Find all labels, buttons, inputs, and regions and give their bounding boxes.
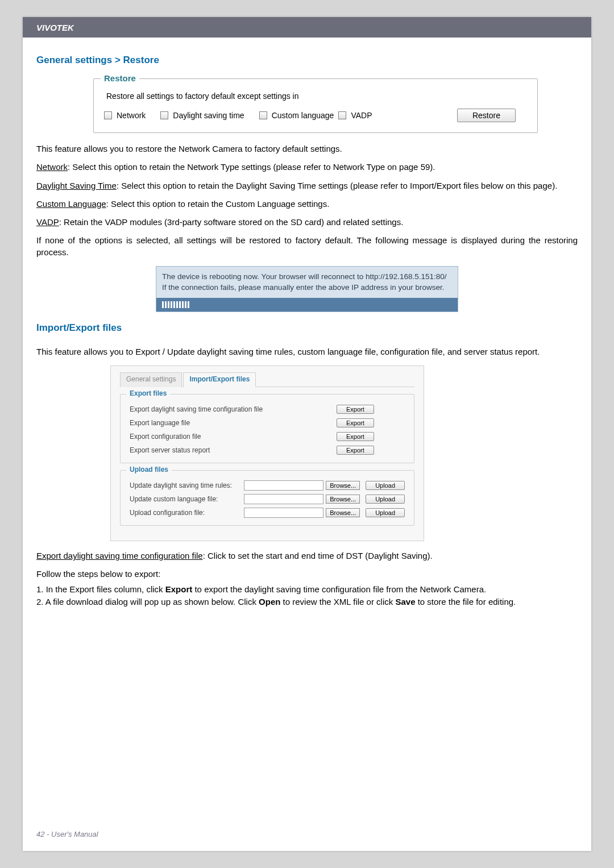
para-network: Network: Select this option to retain th… [36,161,578,173]
text-cl: : Select this option to retain the Custo… [106,199,330,209]
label-dst: Daylight Saving Time [36,181,117,190]
checkbox-custom-language[interactable] [259,111,267,119]
restore-options-row: Network Daylight saving time Custom lang… [104,109,527,122]
export-label-lang: Export language file [130,419,337,427]
export-button-status[interactable]: Export [337,446,374,455]
ie-tabs: General settings Import/Export files [120,372,414,387]
upload-label-dst: Update daylight saving time rules: [130,481,242,489]
opt-dst: Daylight saving time [173,111,244,120]
step2-mid: to review the XML file or click [280,597,395,607]
upload-fieldset: Upload files Update daylight saving time… [120,470,414,526]
export-row-config: Export configuration file Export [130,430,405,443]
step2-post: to store the file for editing. [415,597,516,607]
upload-button-lang[interactable]: Upload [366,495,405,504]
upload-label-lang: Update custom language file: [130,495,242,503]
para-dst: Daylight Saving Time: Select this option… [36,180,578,192]
para-cl: Custom Language: Select this option to r… [36,198,578,210]
checkbox-vadp[interactable] [338,111,346,119]
restore-fieldset: Restore Restore all settings to factory … [93,78,538,133]
upload-label-config: Upload configuration file: [130,509,242,517]
step1-pre: 1. In the Export files column, click [36,584,165,594]
para-ie-intro: This feature allows you to Export / Upda… [36,346,578,358]
reboot-message-box: The device is rebooting now. Your browse… [156,266,458,312]
export-label-status: Export server status report [130,446,337,454]
reboot-progress-bar [156,298,458,312]
para-none: If none of the options is selected, all … [36,235,578,258]
text-vadp: : Retain the VADP modules (3rd-party sof… [59,217,404,227]
upload-row-dst: Update daylight saving time rules: Brows… [130,479,405,492]
export-button-dst[interactable]: Export [337,405,374,414]
step2-pre: 2. A file download dialog will pop up as… [36,597,259,607]
para-vadp: VADP: Retain the VADP modules (3rd-party… [36,217,578,228]
label-network: Network [36,162,68,172]
para-intro: This feature allows you to restore the N… [36,143,578,155]
upload-button-config[interactable]: Upload [366,508,405,517]
checkbox-dst[interactable] [160,111,168,119]
export-button-config[interactable]: Export [337,432,374,441]
export-legend: Export files [126,389,170,397]
export-row-status: Export server status report Export [130,443,405,457]
brand-header: VIVOTEK [23,17,591,38]
brand-text: VIVOTEK [36,23,74,32]
label-export-dst: Export daylight saving time configuratio… [36,551,203,560]
export-row-lang: Export language file Export [130,416,405,430]
restore-button[interactable]: Restore [457,109,516,122]
export-row-dst: Export daylight saving time configuratio… [130,402,405,416]
upload-row-lang: Update custom language file: Browse... U… [130,492,405,506]
file-input-dst[interactable] [244,480,323,491]
label-cl: Custom Language [36,199,106,209]
text-export-dst: : Click to set the start and end time of… [203,551,433,560]
step1-post: to export the daylight saving time confi… [192,584,486,594]
step1-bold: Export [165,584,193,594]
restore-desc: Restore all settings to factory default … [104,85,527,109]
text-network: : Select this option to retain the Netwo… [68,162,435,172]
upload-row-config: Upload configuration file: Browse... Upl… [130,506,405,520]
steps-list: 1. In the Export files column, click Exp… [36,584,578,608]
browse-button-dst[interactable]: Browse... [326,481,360,490]
export-label-config: Export configuration file [130,433,337,441]
opt-custom-language: Custom language [272,111,334,120]
opt-vadp: VADP [351,111,372,120]
page-content: General settings > Restore Restore Resto… [23,38,591,608]
step-2: 2. A file download dialog will pop up as… [36,596,578,608]
browse-button-lang[interactable]: Browse... [326,495,360,504]
checkbox-network[interactable] [104,111,112,119]
file-input-lang[interactable] [244,494,323,504]
file-input-config[interactable] [244,508,323,518]
step2-bold1: Open [259,597,280,607]
steps-intro: Follow the steps below to export: [36,568,578,580]
browse-button-config[interactable]: Browse... [326,508,360,517]
tab-general-settings[interactable]: General settings [120,372,182,387]
step2-bold2: Save [395,597,415,607]
manual-page: VIVOTEK General settings > Restore Resto… [23,17,591,851]
page-footer: 42 - User's Manual [36,830,98,838]
label-vadp: VADP [36,217,59,227]
export-fieldset: Export files Export daylight saving time… [120,394,414,463]
text-dst: : Select this option to retain the Dayli… [117,181,557,190]
section-title-restore: General settings > Restore [36,55,578,66]
upload-legend: Upload files [126,466,172,474]
step-1: 1. In the Export files column, click Exp… [36,584,578,595]
opt-network: Network [117,111,146,120]
restore-legend: Restore [101,73,139,83]
export-label-dst: Export daylight saving time configuratio… [130,405,337,413]
reboot-line1: The device is rebooting now. Your browse… [162,271,452,283]
upload-button-dst[interactable]: Upload [366,481,405,490]
reboot-line2: If the connection fails, please manually… [162,282,452,293]
section-title-import-export: Import/Export files [36,322,578,334]
tab-import-export[interactable]: Import/Export files [183,372,256,387]
reboot-message-text: The device is rebooting now. Your browse… [156,267,458,298]
export-button-lang[interactable]: Export [337,418,374,427]
para-export-dst: Export daylight saving time configuratio… [36,550,578,562]
import-export-panel: General settings Import/Export files Exp… [110,366,424,541]
